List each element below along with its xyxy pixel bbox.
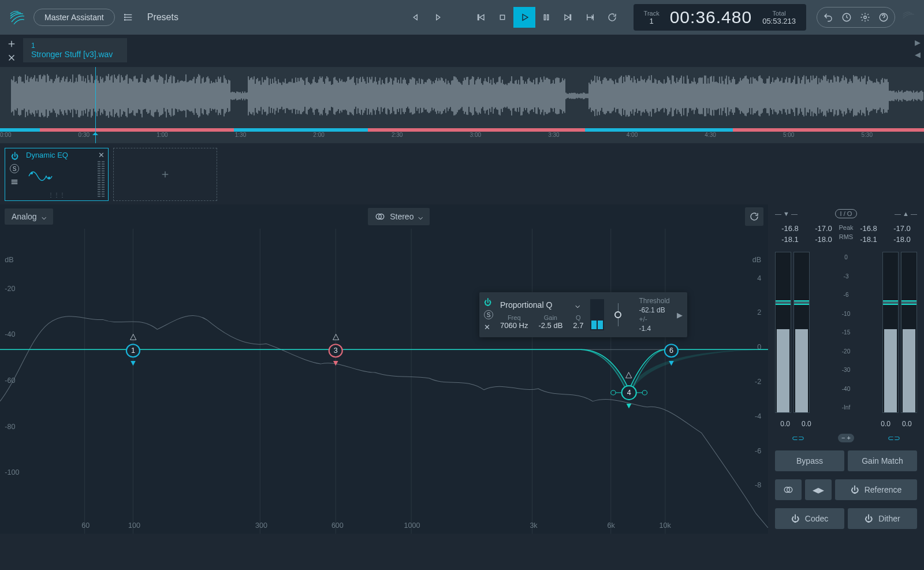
module-power-icon[interactable]: ⏻ [11,152,18,161]
codec-button[interactable]: ⏻Codec [775,508,844,529]
popup-power-icon[interactable]: ⏻ [484,298,493,307]
out-collapse-icon[interactable]: — ▲ — [895,210,917,217]
dither-button[interactable]: ⏻Dither [848,508,917,529]
stereo-mode-button[interactable] [775,479,802,500]
svg-text:10k: 10k [659,521,671,530]
range-value: -1.4 [639,325,669,333]
svg-text:60: 60 [81,521,90,530]
svg-text:▼: ▼ [625,401,634,410]
close-tab-icon[interactable] [2,52,21,64]
link-input-icon[interactable]: ⊂⊃ [792,434,804,442]
freq-value[interactable]: 7060 Hz [500,321,528,330]
svg-point-5 [124,20,125,21]
svg-point-855 [611,390,616,395]
link-output-icon[interactable]: ⊂⊃ [888,434,900,442]
svg-point-809 [31,172,33,174]
popup-close-icon[interactable]: ✕ [484,323,493,331]
stop-icon[interactable] [491,7,513,28]
svg-text:100: 100 [128,521,140,530]
reset-view-icon[interactable] [745,207,763,226]
pause-icon[interactable] [535,7,557,28]
scroll-left-icon[interactable]: ◀ [915,50,921,59]
play-icon[interactable] [513,7,535,28]
eq-node-3[interactable]: △ 3 ▼ [329,332,342,367]
svg-rect-8 [547,15,548,20]
module-dynamic-eq[interactable]: ⏻ S Dynamic EQ ✕ ⋮⋮⋮ [5,148,109,201]
io-label: I / O [835,209,858,218]
add-tab-icon[interactable] [2,38,21,50]
svg-text:dB: dB [752,256,761,264]
gain-match-button[interactable]: Gain Match [848,450,917,471]
gain-value[interactable]: -2.5 dB [538,321,562,330]
channel-dropdown[interactable]: Stereo ⌵ [368,208,430,225]
skip-end-icon[interactable] [557,7,579,28]
chevron-down-icon: ⌵ [418,212,423,221]
svg-point-860 [642,390,647,395]
svg-text:-80: -80 [5,423,15,431]
svg-text:-8: -8 [755,482,761,490]
svg-text:dB: dB [5,256,13,264]
time-display: 00:36.480 [670,8,752,27]
next-preset-icon[interactable] [427,7,449,28]
svg-text:△: △ [333,332,339,341]
svg-point-10 [864,16,867,19]
svg-text:600: 600 [331,521,344,530]
module-drag-handle[interactable]: ⋮⋮⋮ [48,192,65,198]
module-menu-icon[interactable] [9,177,20,189]
bypass-button[interactable]: Bypass [775,450,844,471]
module-close-icon[interactable]: ✕ [98,151,105,159]
svg-text:-60: -60 [5,377,15,385]
q-value[interactable]: 2.7 [573,321,583,330]
reference-button[interactable]: ⏻Reference [835,479,917,500]
in-collapse-icon[interactable]: — ▼ — [775,210,798,217]
svg-text:△: △ [130,332,136,341]
svg-text:1000: 1000 [404,521,420,530]
undo-icon[interactable] [819,9,837,26]
filter-type-dropdown[interactable]: Proportional Q⌵ [500,300,583,310]
waveform-overview[interactable]: 0:000:301:001:302:002:303:003:304:004:30… [0,67,924,143]
sum-toggle[interactable]: − + [838,434,854,442]
track-label: Track [644,10,660,17]
master-assistant-button[interactable]: Master Assistant [33,9,115,26]
prev-preset-icon[interactable] [405,7,427,28]
track-number: 1 [650,17,654,25]
module-solo-icon[interactable]: S [10,164,19,173]
loop-icon[interactable] [601,7,623,28]
scroll-right-icon[interactable]: ▶ [915,38,921,47]
svg-text:▼: ▼ [129,358,137,367]
popup-solo-icon[interactable]: S [484,310,493,319]
svg-text:4: 4 [627,389,631,397]
eq-node-popup[interactable]: ⏻ S ✕ Proportional Q⌵ Freq7060 Hz Gain-2… [479,292,687,337]
popup-expand-icon[interactable]: ▶ [677,311,683,319]
svg-text:0: 0 [757,343,761,351]
svg-text:-4: -4 [755,412,761,420]
eq-node-1[interactable]: △ 1 ▼ [126,332,140,367]
history-icon[interactable] [838,9,855,26]
svg-text:6: 6 [669,347,673,355]
eq-mode-dropdown[interactable]: Analog ⌵ [5,208,53,225]
preset-list-icon[interactable] [120,8,138,27]
tab-number: 1 [31,42,119,50]
file-tab[interactable]: 1 Stronger Stuff [v3].wav [23,38,127,62]
brand-mark-icon [900,8,918,27]
eq-node-6[interactable]: 6 ▼ [665,344,678,367]
help-icon[interactable] [875,9,892,26]
gear-icon[interactable] [856,9,874,26]
svg-point-3 [124,14,125,16]
svg-text:-6: -6 [755,447,761,455]
svg-text:△: △ [625,370,632,379]
presets-label[interactable]: Presets [147,12,178,23]
output-meter [882,252,917,413]
swap-channels-button[interactable]: ◀▶ [805,479,832,500]
app-logo [6,6,29,29]
svg-text:2: 2 [757,309,761,317]
threshold-slider[interactable] [611,303,625,326]
svg-text:4: 4 [757,274,761,282]
total-label: Total [772,10,785,17]
threshold-value: -62.1 dB [639,306,669,314]
loop-section-icon[interactable] [579,7,601,28]
add-module-slot[interactable] [113,148,217,201]
svg-text:3k: 3k [530,521,538,530]
skip-start-icon[interactable] [470,7,491,28]
svg-text:-2: -2 [755,378,761,386]
